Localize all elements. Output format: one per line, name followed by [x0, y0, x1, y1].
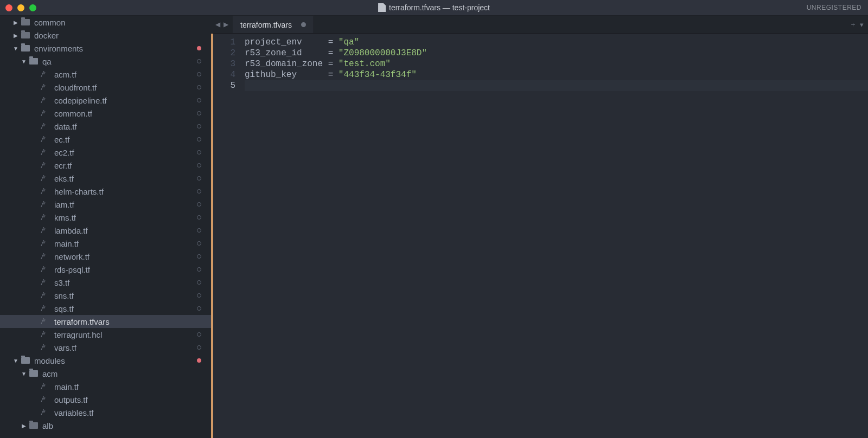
file-comment-icon: /*: [41, 109, 50, 118]
tree-file[interactable]: /*common.tf: [0, 107, 211, 120]
chevron-right-icon[interactable]: ▶: [22, 423, 26, 429]
chevron-down-icon[interactable]: ▼: [22, 371, 26, 377]
tree-file[interactable]: /*cloudfront.tf: [0, 81, 211, 94]
code-line[interactable]: r53_domain_zone = "test.com": [245, 59, 868, 69]
tree-item-label: main.tf: [54, 382, 79, 391]
token-equals: =: [328, 48, 339, 58]
tree-file[interactable]: /*sns.tf: [0, 289, 211, 302]
token-equals: =: [328, 59, 339, 69]
window-close-button[interactable]: [5, 4, 12, 11]
file-comment-icon: /*: [41, 226, 50, 235]
tree-item-label: rds-psql.tf: [54, 265, 90, 274]
file-comment-icon: /*: [41, 304, 50, 313]
line-number: 1: [213, 37, 235, 48]
code-line[interactable]: [245, 80, 868, 91]
tabs-row: ◀ ▶ terraform.tfvars ＋ ▾: [211, 16, 868, 34]
tree-file[interactable]: /*ec2.tf: [0, 146, 211, 159]
tree-folder[interactable]: ▶alb: [0, 419, 211, 432]
tree-item-label: acm: [42, 369, 58, 378]
folder-icon: [21, 32, 30, 38]
tree-file[interactable]: /*lambda.tf: [0, 224, 211, 237]
editor-tab-label: terraform.tfvars: [240, 21, 292, 29]
code-line[interactable]: github_key = "443f34-43f34f": [245, 69, 868, 80]
tree-file[interactable]: /*iam.tf: [0, 198, 211, 211]
tree-file[interactable]: /*s3.tf: [0, 276, 211, 289]
vcs-modified-icon: [197, 358, 201, 363]
tree-item-label: main.tf: [54, 239, 79, 248]
titlebar: terraform.tfvars — test-project UNREGIST…: [0, 0, 868, 16]
chevron-down-icon[interactable]: ▼: [14, 358, 18, 364]
tree-file[interactable]: /*acm.tf: [0, 68, 211, 81]
code-content[interactable]: project_env = "qa"r53_zone_id = "Z098000…: [241, 34, 868, 438]
new-tab-button[interactable]: ＋: [850, 20, 857, 29]
vcs-status-icon: [197, 215, 201, 220]
tabs-spacer: [314, 16, 845, 33]
tree-file[interactable]: /*ecr.tf: [0, 159, 211, 172]
tree-file[interactable]: /*helm-charts.tf: [0, 185, 211, 198]
tree-file[interactable]: /*vars.tf: [0, 341, 211, 354]
tree-file[interactable]: /*outputs.tf: [0, 393, 211, 406]
folder-icon: [21, 19, 30, 25]
chevron-right-icon[interactable]: ▶: [14, 33, 18, 38]
tree-folder[interactable]: ▼environments: [0, 42, 211, 55]
tree-folder[interactable]: ▶docker: [0, 29, 211, 42]
tree-file[interactable]: /*variables.tf: [0, 406, 211, 419]
file-comment-icon: /*: [41, 161, 50, 170]
tree-item-label: common.tf: [54, 109, 92, 118]
folder-icon: [21, 45, 30, 51]
tree-file[interactable]: /*kms.tf: [0, 211, 211, 224]
sidebar: ▶common▶docker▼environments▼qa/*acm.tf/*…: [0, 16, 211, 438]
tree-folder[interactable]: ▼modules: [0, 354, 211, 367]
token-identifier: r53_domain_zone: [245, 59, 323, 69]
chevron-right-icon[interactable]: ▶: [14, 20, 18, 25]
chevron-down-icon[interactable]: ▼: [14, 46, 18, 51]
tree-item-label: data.tf: [54, 122, 77, 131]
tree-item-label: kms.tf: [54, 213, 76, 222]
tree-file[interactable]: /*sqs.tf: [0, 302, 211, 315]
code-area[interactable]: 12345 project_env = "qa"r53_zone_id = "Z…: [211, 34, 868, 438]
file-comment-icon: /*: [41, 96, 50, 105]
window-minimize-button[interactable]: [17, 4, 24, 11]
token-string: "qa": [339, 37, 359, 47]
tree-file[interactable]: /*terragrunt.hcl: [0, 328, 211, 341]
text-caret: [245, 81, 245, 91]
file-comment-icon: /*: [41, 239, 50, 248]
line-number: 5: [213, 80, 235, 91]
chevron-down-icon[interactable]: ▼: [22, 59, 26, 65]
vcs-status-icon: [197, 98, 201, 102]
tab-dropdown-icon[interactable]: ▾: [860, 21, 864, 29]
tree-file[interactable]: /*eks.tf: [0, 172, 211, 185]
tab-history-back-icon[interactable]: ◀: [214, 21, 221, 28]
tree-folder[interactable]: ▶common: [0, 16, 211, 29]
tree-file[interactable]: /*terraform.tfvars: [0, 315, 211, 328]
file-comment-icon: /*: [41, 317, 50, 326]
window-zoom-button[interactable]: [29, 4, 36, 11]
tree-folder[interactable]: ▼acm: [0, 367, 211, 380]
editor-tab[interactable]: terraform.tfvars: [233, 16, 314, 33]
token-string: "443f34-43f34f": [339, 70, 417, 80]
traffic-lights: [5, 4, 36, 11]
tree-file[interactable]: /*rds-psql.tf: [0, 263, 211, 276]
tree-folder[interactable]: ▼qa: [0, 55, 211, 68]
tree-file[interactable]: /*ec.tf: [0, 133, 211, 146]
tree-item-label: terragrunt.hcl: [54, 330, 102, 339]
vcs-status-icon: [197, 228, 201, 233]
vcs-status-icon: [197, 202, 201, 207]
vcs-modified-icon: [197, 46, 201, 50]
tree-file[interactable]: /*codepipeline.tf: [0, 94, 211, 107]
folder-icon: [29, 370, 38, 377]
code-line[interactable]: r53_zone_id = "Z098000000J3E8D": [245, 48, 868, 59]
vcs-status-icon: [197, 293, 201, 298]
unregistered-label: UNREGISTERED: [807, 4, 861, 11]
file-icon: [378, 3, 386, 12]
tab-history-forward-icon[interactable]: ▶: [222, 21, 229, 28]
file-comment-icon: /*: [41, 265, 50, 274]
line-number: 2: [213, 48, 235, 59]
code-line[interactable]: project_env = "qa": [245, 37, 868, 48]
file-comment-icon: /*: [41, 252, 50, 261]
tree-file[interactable]: /*main.tf: [0, 237, 211, 250]
token-identifier: r53_zone_id: [245, 48, 302, 58]
tree-file[interactable]: /*network.tf: [0, 250, 211, 263]
tree-file[interactable]: /*data.tf: [0, 120, 211, 133]
tree-file[interactable]: /*main.tf: [0, 380, 211, 393]
